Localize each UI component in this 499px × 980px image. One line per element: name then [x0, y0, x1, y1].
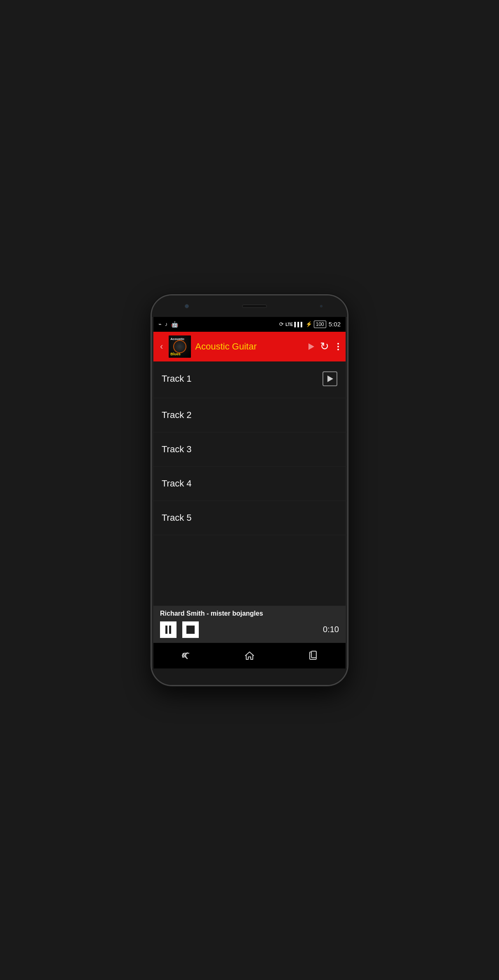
- battery-indicator: 100: [314, 321, 326, 328]
- sensor-area: [320, 305, 322, 307]
- clock: 5:02: [329, 321, 341, 328]
- bottom-navigation: [153, 643, 346, 668]
- music-icon: ♪: [165, 321, 168, 327]
- back-nav-icon: [180, 650, 191, 661]
- nav-recents-button[interactable]: [301, 647, 326, 664]
- stop-button[interactable]: [182, 621, 199, 638]
- now-playing-bar: Richard Smith - mister bojangles 0:10: [153, 606, 346, 643]
- play-triangle-icon: [327, 375, 333, 382]
- playback-time: 0:10: [323, 625, 339, 634]
- track-play-button[interactable]: [322, 371, 337, 386]
- playback-controls: 0:10: [160, 621, 339, 638]
- pause-bar-1: [165, 626, 167, 634]
- track-name: Track 1: [162, 373, 192, 384]
- status-icons-right: ⟳ LTE ▌▌▌ ⚡ 100 5:02: [279, 321, 341, 328]
- home-nav-icon: [244, 650, 255, 661]
- screen-rotate-icon: ⟳: [279, 321, 284, 327]
- recents-nav-icon: [308, 650, 319, 661]
- front-camera: [185, 304, 189, 308]
- more-dot-3: [337, 349, 339, 350]
- proximity-sensor: [320, 305, 322, 307]
- album-art-top-text: Acoustic: [170, 337, 184, 341]
- usb-icon: ⌁: [158, 321, 162, 327]
- play-indicator: [308, 343, 314, 350]
- refresh-button[interactable]: ↻: [320, 340, 329, 353]
- status-bar: ⌁ ♪ 🤖 ⟳ LTE ▌▌▌ ⚡ 100 5:02: [153, 317, 346, 332]
- track-item[interactable]: Track 5: [153, 501, 346, 535]
- more-dot-1: [337, 343, 339, 345]
- app-header: ‹ Acoustic Blues Acoustic Guitar ↻: [153, 332, 346, 361]
- track-name: Track 4: [162, 478, 192, 489]
- track-name: Track 2: [162, 410, 192, 420]
- stop-icon: [186, 626, 195, 634]
- phone-screen: ⌁ ♪ 🤖 ⟳ LTE ▌▌▌ ⚡ 100 5:02 ‹: [153, 317, 346, 668]
- phone-hardware-top: [152, 295, 347, 317]
- svg-rect-1: [311, 651, 316, 658]
- signal-icon: LTE ▌▌▌: [285, 322, 304, 327]
- track-name: Track 3: [162, 444, 192, 455]
- status-icons-left: ⌁ ♪ 🤖: [158, 321, 178, 328]
- track-item[interactable]: Track 2: [153, 398, 346, 432]
- more-options-button[interactable]: [336, 341, 341, 352]
- track-list: Track 1 Track 2 Track 3 Track 4 Track 5: [153, 361, 346, 606]
- nav-back-button[interactable]: [173, 647, 198, 664]
- more-dot-2: [337, 346, 339, 347]
- earpiece-speaker: [242, 305, 267, 308]
- pause-icon: [165, 626, 171, 634]
- phone-hardware-bottom: [152, 668, 347, 685]
- android-icon: 🤖: [171, 321, 178, 328]
- pause-bar-2: [169, 626, 171, 634]
- track-item[interactable]: Track 3: [153, 432, 346, 467]
- now-playing-title: Richard Smith - mister bojangles: [160, 610, 339, 617]
- pause-button[interactable]: [160, 621, 177, 638]
- header-actions: ↻: [320, 340, 341, 353]
- back-button[interactable]: ‹: [158, 340, 165, 354]
- track-item[interactable]: Track 1: [153, 361, 346, 398]
- album-art-circle: [173, 340, 186, 353]
- track-name: Track 5: [162, 512, 192, 523]
- album-art-bottom-text: Blues: [170, 352, 181, 356]
- charging-icon: ⚡: [306, 321, 312, 327]
- header-title: Acoustic Guitar: [195, 341, 304, 352]
- album-art: Acoustic Blues: [169, 335, 191, 358]
- phone-device: ⌁ ♪ 🤖 ⟳ LTE ▌▌▌ ⚡ 100 5:02 ‹: [151, 294, 348, 686]
- nav-home-button[interactable]: [237, 647, 262, 664]
- track-item[interactable]: Track 4: [153, 467, 346, 501]
